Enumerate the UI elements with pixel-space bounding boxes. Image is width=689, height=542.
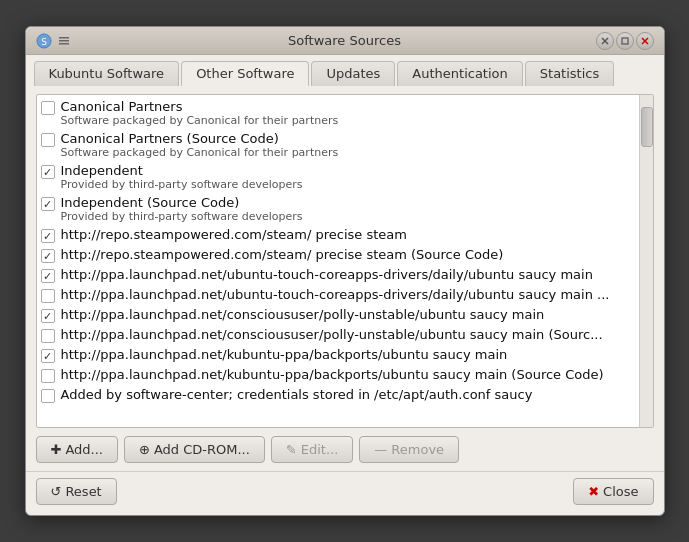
item-main-text: Canonical Partners bbox=[61, 99, 649, 114]
checkbox[interactable] bbox=[41, 229, 55, 243]
bottom-bar: ↺ Reset ✖ Close bbox=[26, 472, 664, 515]
item-main-text: http://ppa.launchpad.net/conscioususer/p… bbox=[61, 307, 649, 322]
edit-button[interactable]: ✎ Edit... bbox=[271, 436, 353, 463]
item-main-text: Canonical Partners (Source Code) bbox=[61, 131, 649, 146]
list-item[interactable]: http://ppa.launchpad.net/conscioususer/p… bbox=[37, 325, 653, 345]
reset-icon: ↺ bbox=[51, 484, 62, 499]
checkbox[interactable] bbox=[41, 389, 55, 403]
list-item[interactable]: Added by software-center; credentials st… bbox=[37, 385, 653, 405]
remove-button[interactable]: — Remove bbox=[359, 436, 459, 463]
list-item[interactable]: http://ppa.launchpad.net/ubuntu-touch-co… bbox=[37, 265, 653, 285]
checkbox[interactable] bbox=[41, 289, 55, 303]
list-item-content: Canonical Partners (Source Code)Software… bbox=[61, 131, 649, 159]
svg-rect-4 bbox=[59, 43, 69, 45]
close-dialog-button[interactable]: ✖ Close bbox=[573, 478, 653, 505]
checkbox[interactable] bbox=[41, 349, 55, 363]
list-item-content: http://ppa.launchpad.net/ubuntu-touch-co… bbox=[61, 287, 649, 302]
list-item[interactable]: Independent (Source Code)Provided by thi… bbox=[37, 193, 653, 225]
scrollbar[interactable] bbox=[639, 95, 653, 427]
content-area: Canonical PartnersSoftware packaged by C… bbox=[26, 86, 664, 471]
checkbox[interactable] bbox=[41, 329, 55, 343]
remove-icon: — bbox=[374, 442, 387, 457]
scrollbar-thumb[interactable] bbox=[641, 107, 653, 147]
list-item[interactable]: IndependentProvided by third-party softw… bbox=[37, 161, 653, 193]
list-item[interactable]: http://ppa.launchpad.net/kubuntu-ppa/bac… bbox=[37, 365, 653, 385]
checkbox[interactable] bbox=[41, 165, 55, 179]
svg-text:S: S bbox=[41, 37, 47, 47]
tab-authentication[interactable]: Authentication bbox=[397, 61, 522, 86]
list-item-content: http://ppa.launchpad.net/kubuntu-ppa/bac… bbox=[61, 367, 649, 382]
tab-kubuntu-software[interactable]: Kubuntu Software bbox=[34, 61, 180, 86]
list-item-content: http://repo.steampowered.com/steam/ prec… bbox=[61, 227, 649, 242]
reset-button[interactable]: ↺ Reset bbox=[36, 478, 117, 505]
item-main-text: http://ppa.launchpad.net/ubuntu-touch-co… bbox=[61, 287, 649, 302]
window-title: Software Sources bbox=[288, 33, 401, 48]
main-window: S Software Sources bbox=[25, 26, 665, 516]
tab-statistics[interactable]: Statistics bbox=[525, 61, 614, 86]
checkbox[interactable] bbox=[41, 269, 55, 283]
list-item-content: IndependentProvided by third-party softw… bbox=[61, 163, 649, 191]
list-item-content: Canonical PartnersSoftware packaged by C… bbox=[61, 99, 649, 127]
title-bar-left-controls: S bbox=[36, 33, 72, 49]
list-item-content: http://ppa.launchpad.net/kubuntu-ppa/bac… bbox=[61, 347, 649, 362]
title-bar-right-controls bbox=[596, 32, 654, 50]
close-button[interactable] bbox=[636, 32, 654, 50]
maximize-button[interactable] bbox=[616, 32, 634, 50]
checkbox[interactable] bbox=[41, 249, 55, 263]
title-bar: S Software Sources bbox=[26, 27, 664, 55]
svg-rect-7 bbox=[622, 38, 628, 44]
item-main-text: Added by software-center; credentials st… bbox=[61, 387, 649, 402]
item-main-text: Independent (Source Code) bbox=[61, 195, 649, 210]
item-main-text: http://ppa.launchpad.net/conscioususer/p… bbox=[61, 327, 649, 342]
list-item[interactable]: http://ppa.launchpad.net/conscioususer/p… bbox=[37, 305, 653, 325]
list-item-content: http://repo.steampowered.com/steam/ prec… bbox=[61, 247, 649, 262]
add-icon: ✚ bbox=[51, 442, 62, 457]
item-main-text: http://repo.steampowered.com/steam/ prec… bbox=[61, 227, 649, 242]
svg-rect-3 bbox=[59, 40, 69, 42]
item-main-text: http://ppa.launchpad.net/ubuntu-touch-co… bbox=[61, 267, 649, 282]
list-item-content: Added by software-center; credentials st… bbox=[61, 387, 649, 402]
list-item[interactable]: Canonical PartnersSoftware packaged by C… bbox=[37, 97, 653, 129]
list-item-content: http://ppa.launchpad.net/ubuntu-touch-co… bbox=[61, 267, 649, 282]
tab-updates[interactable]: Updates bbox=[311, 61, 395, 86]
item-main-text: http://ppa.launchpad.net/kubuntu-ppa/bac… bbox=[61, 367, 649, 382]
menu-icon[interactable] bbox=[56, 33, 72, 49]
list-item[interactable]: http://ppa.launchpad.net/ubuntu-touch-co… bbox=[37, 285, 653, 305]
minimize-button[interactable] bbox=[596, 32, 614, 50]
svg-rect-2 bbox=[59, 37, 69, 39]
sources-list[interactable]: Canonical PartnersSoftware packaged by C… bbox=[36, 94, 654, 428]
list-item-content: Independent (Source Code)Provided by thi… bbox=[61, 195, 649, 223]
close-icon: ✖ bbox=[588, 484, 599, 499]
list-inner: Canonical PartnersSoftware packaged by C… bbox=[37, 95, 653, 407]
tabs-bar: Kubuntu Software Other Software Updates … bbox=[26, 55, 664, 86]
item-main-text: Independent bbox=[61, 163, 649, 178]
list-item[interactable]: http://ppa.launchpad.net/kubuntu-ppa/bac… bbox=[37, 345, 653, 365]
checkbox[interactable] bbox=[41, 133, 55, 147]
app-icon: S bbox=[36, 33, 52, 49]
button-bar: ✚ Add... ⊕ Add CD-ROM... ✎ Edit... — Rem… bbox=[36, 436, 654, 463]
item-main-text: http://ppa.launchpad.net/kubuntu-ppa/bac… bbox=[61, 347, 649, 362]
item-sub-text: Software packaged by Canonical for their… bbox=[61, 146, 649, 159]
item-main-text: http://repo.steampowered.com/steam/ prec… bbox=[61, 247, 649, 262]
list-item[interactable]: http://repo.steampowered.com/steam/ prec… bbox=[37, 225, 653, 245]
cdrom-icon: ⊕ bbox=[139, 442, 150, 457]
add-button[interactable]: ✚ Add... bbox=[36, 436, 118, 463]
tab-other-software[interactable]: Other Software bbox=[181, 61, 309, 86]
list-item[interactable]: http://repo.steampowered.com/steam/ prec… bbox=[37, 245, 653, 265]
checkbox[interactable] bbox=[41, 309, 55, 323]
list-item[interactable]: Canonical Partners (Source Code)Software… bbox=[37, 129, 653, 161]
list-item-content: http://ppa.launchpad.net/conscioususer/p… bbox=[61, 327, 649, 342]
edit-icon: ✎ bbox=[286, 442, 297, 457]
list-item-content: http://ppa.launchpad.net/conscioususer/p… bbox=[61, 307, 649, 322]
item-sub-text: Provided by third-party software develop… bbox=[61, 178, 649, 191]
item-sub-text: Software packaged by Canonical for their… bbox=[61, 114, 649, 127]
checkbox[interactable] bbox=[41, 197, 55, 211]
checkbox[interactable] bbox=[41, 369, 55, 383]
item-sub-text: Provided by third-party software develop… bbox=[61, 210, 649, 223]
list-wrapper: Canonical PartnersSoftware packaged by C… bbox=[36, 94, 654, 428]
add-cdrom-button[interactable]: ⊕ Add CD-ROM... bbox=[124, 436, 265, 463]
checkbox[interactable] bbox=[41, 101, 55, 115]
